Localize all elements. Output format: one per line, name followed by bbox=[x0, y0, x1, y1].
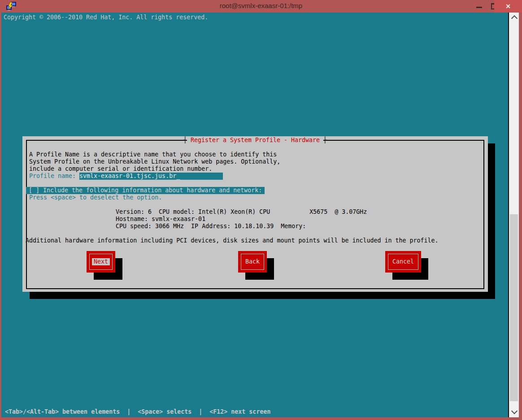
cancel-button-border: Cancel bbox=[388, 254, 418, 270]
hw-cpu-ip-line: CPU speed: 3066 MHz IP Address: 10.18.10… bbox=[116, 223, 306, 230]
dialog-title-row: ┤Register a System Profile - Hardware├ bbox=[22, 137, 488, 144]
hw-version-line: Version: 6 CPU model: Intel(R) Xeon(R) C… bbox=[116, 208, 367, 216]
profile-name-label: Profile name: bbox=[29, 173, 76, 180]
border-tick-left: ┤ bbox=[183, 137, 187, 144]
intro-line-1: A Profile Name is a descriptive name tha… bbox=[29, 151, 277, 158]
include-hardware-checkbox[interactable]: [ ] Include the following information ab… bbox=[26, 187, 265, 194]
register-profile-dialog: ┤Register a System Profile - Hardware├ A… bbox=[22, 136, 488, 292]
minimize-button[interactable] bbox=[471, 0, 487, 13]
scrollbar-track[interactable] bbox=[509, 13, 519, 417]
additional-hardware-line: Additional hardware information includin… bbox=[26, 237, 439, 244]
back-button-border: Back bbox=[241, 254, 264, 270]
dialog-title: Register a System Profile - Hardware bbox=[187, 137, 323, 144]
press-space-hint: Press <space> to deselect the option. bbox=[29, 194, 162, 201]
cancel-button[interactable]: Cancel bbox=[385, 251, 421, 273]
cancel-button-label: Cancel bbox=[392, 258, 414, 265]
window-frame-right bbox=[519, 13, 522, 417]
border-tick-right: ├ bbox=[323, 137, 327, 144]
intro-line-2: System Profile on the Unbreakable Linux … bbox=[29, 158, 280, 165]
back-button-label: Back bbox=[245, 258, 260, 265]
minimize-icon bbox=[476, 7, 482, 8]
back-button[interactable]: Back bbox=[238, 251, 267, 273]
next-button-label: Next bbox=[92, 258, 110, 265]
text-cursor: _ bbox=[176, 173, 180, 179]
copyright-line: Copyright © 2006--2010 Red Hat, Inc. All… bbox=[4, 14, 208, 21]
hw-hostname-line: Hostname: svmlx-exaasr-01 bbox=[116, 216, 205, 223]
close-icon: ✕ bbox=[505, 3, 511, 10]
scrollbar-thumb[interactable] bbox=[510, 214, 518, 401]
help-line: <Tab>/<Alt-Tab> between elements | <Spac… bbox=[5, 408, 270, 416]
next-button[interactable]: Next bbox=[87, 251, 115, 273]
next-button-border: Next bbox=[89, 254, 113, 270]
titlebar: root@svmlx-exaasr-01:/tmp ✕ bbox=[0, 0, 522, 13]
profile-name-value: svmlx-exaasr-01.tjsc.jus.br bbox=[79, 173, 176, 179]
window-title: root@svmlx-exaasr-01:/tmp bbox=[0, 2, 522, 9]
intro-line-3: include a computer serial or identificat… bbox=[29, 165, 212, 173]
window-frame-bottom bbox=[0, 417, 522, 420]
profile-name-input[interactable]: svmlx-exaasr-01.tjsc.jus.br_ bbox=[79, 173, 223, 180]
close-button[interactable]: ✕ bbox=[494, 0, 522, 13]
